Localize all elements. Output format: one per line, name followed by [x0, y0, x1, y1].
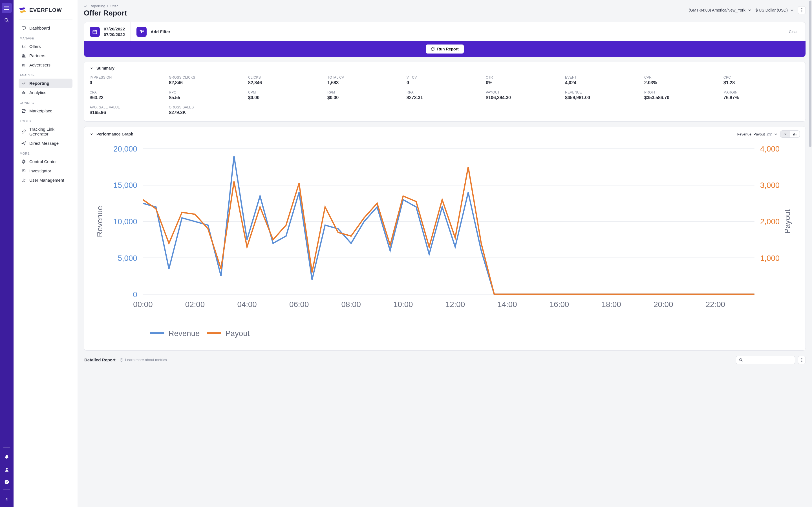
- metric-label: PROFIT: [644, 91, 721, 94]
- svg-text:Payout: Payout: [783, 209, 792, 234]
- sidebar-item-marketplace[interactable]: Marketplace: [18, 106, 72, 115]
- breadcrumb-chart-icon: [84, 4, 88, 8]
- metric-value: 82,846: [169, 80, 245, 86]
- detail-search[interactable]: [736, 356, 795, 364]
- metric-avg-sale-value: AVG. SALE VALUE$165.96: [90, 105, 166, 115]
- bar-chart-toggle[interactable]: [790, 131, 800, 137]
- metric-value: $459,981.00: [565, 95, 642, 100]
- sidebar-item-reporting[interactable]: Reporting: [18, 78, 72, 88]
- date-end: 07/20/2022: [104, 32, 125, 38]
- menu-icon: [4, 6, 9, 10]
- sidebar: EVERFLOW DashboardMANAGEOffersPartnersAd…: [13, 0, 78, 507]
- line-chart-toggle[interactable]: [780, 131, 790, 137]
- user-icon: [4, 467, 9, 472]
- metric-label: GROSS CLICKS: [169, 75, 245, 79]
- timezone-selector[interactable]: (GMT-04:00) America/New_York: [689, 8, 751, 12]
- help-button[interactable]: ?: [2, 477, 12, 487]
- sidebar-section-title: ANALYZE: [20, 73, 72, 77]
- menu-button[interactable]: [2, 3, 12, 13]
- svg-text:4,000: 4,000: [760, 145, 779, 153]
- metric-label: CPA: [90, 91, 166, 94]
- sidebar-item-direct message[interactable]: Direct Message: [18, 138, 72, 148]
- svg-text:3,000: 3,000: [760, 181, 779, 189]
- rail-search-button[interactable]: [2, 15, 12, 25]
- metric-value: 76.87%: [723, 95, 800, 100]
- metric-value: $0.00: [248, 95, 324, 100]
- sidebar-item-advertisers[interactable]: Advertisers: [18, 60, 72, 69]
- bell-icon: [4, 455, 9, 460]
- sidebar-item-tracking link generator[interactable]: Tracking Link Generator: [18, 124, 72, 138]
- metric-value: 4,024: [565, 80, 642, 86]
- detailed-title: Detailed Report: [84, 357, 116, 362]
- sidebar-item-dashboard[interactable]: Dashboard: [18, 23, 72, 33]
- svg-point-11: [23, 170, 24, 171]
- series-selector-label: Revenue, Payout: [737, 132, 765, 136]
- metric-revenue: REVENUE$459,981.00: [565, 91, 642, 100]
- svg-text:1,000: 1,000: [760, 254, 779, 263]
- people-icon: [21, 54, 26, 58]
- send-icon: [21, 141, 26, 146]
- summary-toggle[interactable]: Summary: [84, 62, 806, 74]
- svg-rect-18: [794, 134, 794, 135]
- series-selector[interactable]: Revenue, Payout 2/2: [737, 132, 777, 136]
- metric-value: 2.03%: [644, 80, 721, 86]
- metric-clicks: CLICKS82,846: [248, 75, 324, 86]
- bar-chart-icon: [793, 132, 797, 136]
- svg-point-1: [6, 468, 8, 469]
- sidebar-item-label: Marketplace: [29, 108, 52, 113]
- sidebar-item-label: Tracking Link Generator: [29, 127, 70, 136]
- page-actions-menu[interactable]: [798, 6, 806, 14]
- metric-label: EVENT: [565, 75, 642, 79]
- collapse-rail-button[interactable]: [2, 494, 12, 504]
- chevron-down-icon: [90, 132, 94, 136]
- calendar-icon: [90, 27, 100, 37]
- date-range-button[interactable]: 07/20/2022 07/20/2022: [84, 22, 131, 41]
- svg-rect-9: [24, 92, 25, 94]
- brand-logo[interactable]: EVERFLOW: [18, 6, 72, 14]
- clear-filters-button[interactable]: Clear: [789, 30, 800, 34]
- sidebar-item-label: Control Center: [29, 159, 57, 164]
- metric-label: RPC: [169, 91, 245, 94]
- sidebar-item-offers[interactable]: Offers: [18, 42, 72, 51]
- gear-icon: [21, 159, 26, 164]
- currency-selector[interactable]: $ US Dollar (USD): [756, 8, 794, 12]
- sidebar-item-partners[interactable]: Partners: [18, 51, 72, 60]
- currency-label: $ US Dollar (USD): [756, 8, 788, 12]
- sidebar-item-control center[interactable]: Control Center: [18, 157, 72, 166]
- app-rail: ?: [0, 0, 13, 507]
- chevron-down-icon: [90, 66, 94, 70]
- collapse-icon: [4, 497, 9, 502]
- run-report-button[interactable]: Run Report: [426, 45, 463, 54]
- metric-label: AVG. SALE VALUE: [90, 105, 166, 109]
- metric-cvr: CVR2.03%: [644, 75, 721, 86]
- svg-text:15,000: 15,000: [113, 181, 137, 189]
- svg-text:20:00: 20:00: [654, 300, 673, 309]
- metric-margin: MARGIN76.87%: [723, 91, 800, 100]
- learn-more-link[interactable]: Learn more about metrics: [119, 358, 167, 362]
- metric-label: CVR: [644, 75, 721, 79]
- scrollbar[interactable]: [809, 1, 811, 147]
- metric-label: RPA: [407, 91, 483, 94]
- add-filter-button[interactable]: Add Filter: [151, 29, 170, 34]
- summary-title: Summary: [96, 66, 114, 70]
- svg-rect-19: [795, 133, 795, 135]
- detail-actions-menu[interactable]: [798, 356, 806, 364]
- sidebar-item-label: Direct Message: [29, 141, 59, 146]
- svg-rect-4: [22, 26, 26, 29]
- metric-rpc: RPC$5.55: [169, 91, 245, 100]
- learn-more-label: Learn more about metrics: [125, 358, 167, 362]
- sidebar-item-user management[interactable]: User Management: [18, 175, 72, 185]
- account-button[interactable]: [2, 464, 12, 474]
- sidebar-item-investigator[interactable]: Investigator: [18, 166, 72, 175]
- sidebar-item-analytics[interactable]: Analytics: [18, 88, 72, 97]
- metric-gross-sales: GROSS SALES$279.3K: [169, 105, 245, 115]
- detail-search-input[interactable]: [743, 358, 792, 362]
- performance-toggle[interactable]: Performance Graph: [90, 132, 133, 136]
- svg-text:18:00: 18:00: [602, 300, 621, 309]
- breadcrumb-parent[interactable]: Reporting: [89, 4, 105, 8]
- timezone-label: (GMT-04:00) America/New_York: [689, 8, 746, 12]
- performance-title: Performance Graph: [96, 132, 133, 136]
- svg-point-6: [24, 55, 25, 55]
- notifications-button[interactable]: [2, 452, 12, 462]
- breadcrumb-current: Offer: [110, 4, 118, 8]
